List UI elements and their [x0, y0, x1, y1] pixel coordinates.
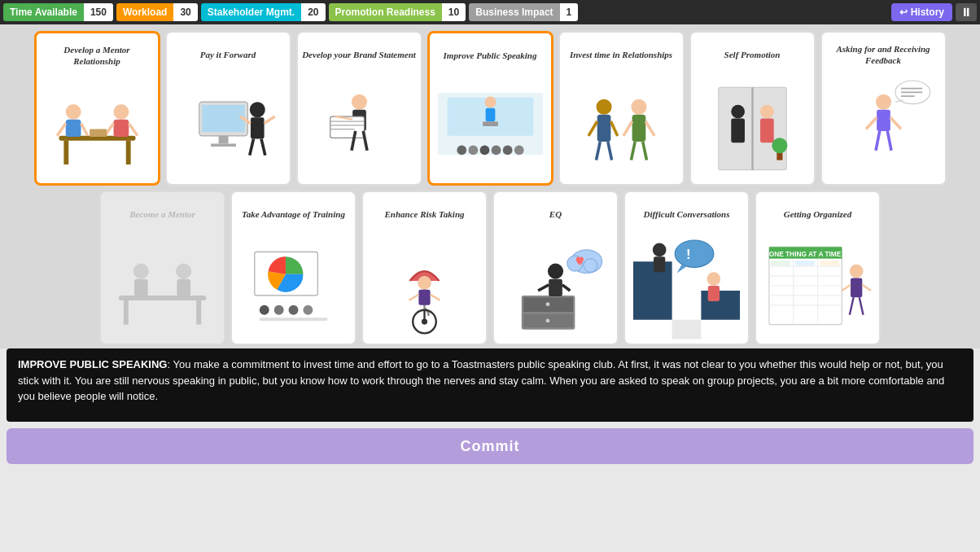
history-label: History [911, 7, 944, 18]
svg-point-79 [176, 264, 191, 279]
card-eq[interactable]: EQ [492, 191, 619, 345]
svg-line-133 [842, 285, 851, 291]
card-public-speaking[interactable]: Improve Public Speaking [427, 31, 553, 186]
card-mentor-illustration [40, 72, 155, 180]
svg-rect-16 [211, 143, 236, 147]
card-asking-feedback[interactable]: Asking for and Receiving Feedback [820, 31, 947, 186]
svg-line-46 [610, 121, 617, 136]
svg-marker-109 [701, 291, 740, 320]
svg-point-111 [653, 243, 667, 257]
card-organized-title: Getting Organized [784, 197, 851, 231]
top-bar: Time Available 150 Workload 30 Stakehold… [0, 0, 980, 24]
svg-line-95 [431, 295, 440, 300]
svg-rect-78 [134, 279, 148, 296]
stat-stakeholder-value: 20 [301, 3, 325, 21]
card-brand[interactable]: Develop your Brand Statement [296, 31, 422, 186]
svg-point-86 [303, 305, 313, 315]
stat-business-label: Business Impact [469, 3, 559, 21]
svg-rect-60 [760, 118, 774, 142]
svg-line-136 [860, 297, 864, 314]
card-mentor[interactable]: Develop a Mentor Relationship [34, 31, 160, 186]
svg-line-5 [57, 123, 66, 135]
svg-rect-50 [632, 115, 645, 142]
svg-point-34 [457, 146, 466, 156]
svg-line-22 [261, 138, 265, 155]
svg-point-83 [260, 305, 269, 315]
svg-rect-87 [260, 318, 327, 321]
svg-point-57 [731, 105, 745, 119]
stat-workload-label: Workload [116, 3, 173, 21]
svg-line-135 [850, 297, 854, 314]
stat-time-available-value: 150 [84, 3, 113, 21]
card-invest-relationships[interactable]: Invest time in Relationships [558, 31, 685, 186]
card-public-speaking-illustration [433, 72, 548, 180]
svg-rect-102 [549, 279, 562, 296]
svg-line-52 [645, 121, 654, 136]
svg-line-10 [129, 123, 138, 135]
description-box: IMPROVE PUBLIC SPEAKING: You make a comm… [7, 348, 973, 422]
svg-point-40 [484, 97, 496, 108]
card-asking-feedback-illustration [825, 72, 942, 181]
card-training[interactable]: Take Advantage of Training [230, 191, 357, 345]
stat-time-available-label: Time Available [3, 3, 84, 21]
card-self-promotion-title: Self Promotion [724, 37, 781, 72]
svg-rect-4 [65, 120, 81, 137]
svg-point-92 [418, 276, 431, 290]
svg-line-47 [596, 142, 600, 160]
svg-marker-108 [633, 261, 672, 320]
svg-point-23 [351, 94, 366, 110]
svg-rect-18 [250, 117, 264, 138]
svg-line-104 [562, 285, 571, 291]
stat-promotion-value: 10 [442, 3, 466, 21]
svg-rect-8 [113, 120, 129, 137]
card-mentor-title: Develop a Mentor Relationship [40, 38, 155, 72]
svg-line-54 [642, 142, 646, 160]
card-self-promotion[interactable]: Self Promotion [689, 31, 816, 186]
card-become-mentor-title: Become a Mentor [129, 197, 195, 231]
svg-rect-93 [418, 290, 430, 305]
pause-button[interactable]: ⏸ [956, 3, 977, 21]
svg-rect-117 [708, 286, 720, 301]
commit-area: Commit [0, 422, 980, 471]
svg-point-131 [850, 265, 864, 278]
svg-line-31 [363, 131, 367, 151]
history-button[interactable]: ↩ History [891, 3, 952, 21]
svg-point-62 [772, 138, 787, 153]
svg-line-21 [249, 138, 253, 155]
card-risk[interactable]: Enhance Risk Taking [361, 191, 488, 345]
card-difficult[interactable]: Difficult Conversations [623, 191, 750, 345]
svg-line-48 [607, 142, 611, 160]
svg-point-38 [502, 146, 512, 156]
svg-rect-64 [877, 110, 890, 131]
card-risk-title: Enhance Risk Taking [384, 197, 464, 231]
description-card-name: IMPROVE PUBLIC SPEAKING [18, 358, 167, 370]
svg-line-72 [875, 131, 879, 151]
stat-workload-value: 30 [173, 3, 197, 21]
svg-line-20 [264, 116, 274, 123]
card-invest-relationships-title: Invest time in Relationships [570, 37, 672, 72]
stat-stakeholder-label: Stakeholder Mgmt. [201, 3, 301, 21]
svg-point-59 [760, 105, 774, 119]
card-become-mentor[interactable]: Become a Mentor [99, 191, 225, 345]
svg-line-53 [631, 142, 635, 160]
svg-line-66 [890, 117, 900, 129]
card-organized[interactable]: Getting Organized ONE THING AT A TIME [755, 191, 881, 345]
commit-button[interactable]: Commit [7, 428, 973, 464]
svg-rect-112 [654, 256, 665, 272]
svg-rect-44 [597, 115, 610, 142]
stat-time-available: Time Available 150 [3, 3, 113, 21]
svg-rect-58 [731, 118, 745, 142]
svg-point-36 [479, 146, 489, 156]
svg-rect-132 [851, 278, 862, 297]
card-eq-illustration [497, 231, 614, 340]
card-organized-illustration: ONE THING AT A TIME [759, 231, 876, 340]
svg-point-77 [133, 264, 149, 279]
svg-point-99 [546, 302, 550, 306]
svg-line-45 [588, 121, 597, 136]
svg-point-101 [548, 264, 563, 279]
card-brand-illustration [301, 72, 418, 181]
card-pay-forward[interactable]: Pay it Forward [165, 31, 291, 186]
svg-line-94 [409, 295, 418, 300]
card-difficult-illustration: ! [628, 231, 745, 340]
svg-rect-2 [125, 141, 130, 164]
